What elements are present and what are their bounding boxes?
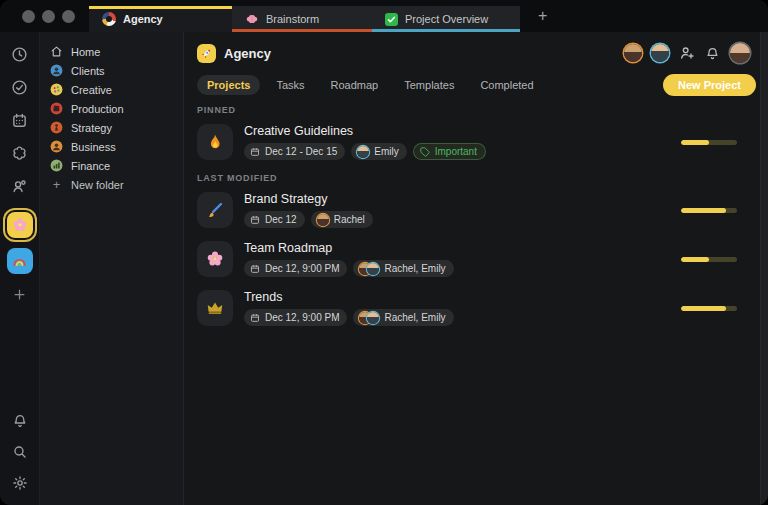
date-label: Dec 12 - Dec 15 — [265, 146, 337, 157]
calendar-icon — [250, 264, 260, 274]
calendar-icon — [250, 215, 260, 225]
sidebar-item-strategy[interactable]: Strategy — [50, 118, 177, 137]
tab-brainstorm[interactable]: Brainstorm — [232, 6, 372, 32]
new-project-button[interactable]: New Project — [663, 74, 756, 96]
tab-templates[interactable]: Templates — [394, 75, 464, 95]
progress-bar — [681, 257, 737, 262]
important-tag-pill[interactable]: Important — [413, 143, 486, 160]
flower-icon[interactable] — [8, 141, 32, 165]
blossom-space-tile[interactable] — [7, 212, 33, 238]
home-icon — [50, 45, 63, 58]
date-pill[interactable]: Dec 12 — [244, 211, 305, 228]
project-title: Team Roadmap — [244, 241, 454, 255]
pinned-section-label: PINNED — [197, 105, 760, 115]
project-row-brand-strategy[interactable]: Brand Strategy Dec 12 Rachel — [197, 192, 760, 228]
date-pill[interactable]: Dec 12 - Dec 15 — [244, 143, 345, 160]
clients-folder-icon — [50, 64, 63, 77]
bell-icon[interactable] — [8, 409, 32, 433]
date-label: Dec 12, 9:00 PM — [265, 263, 339, 274]
sidebar-item-label: Clients — [71, 65, 105, 77]
people-pill[interactable]: Rachel, Emily — [353, 260, 453, 277]
gear-icon[interactable] — [8, 471, 32, 495]
crown-icon — [197, 290, 233, 326]
tag-icon — [420, 147, 430, 157]
people-label: Rachel, Emily — [384, 312, 445, 323]
tab-label: Brainstorm — [266, 13, 319, 25]
tab-projects[interactable]: Projects — [197, 75, 260, 95]
people-pill[interactable]: Rachel, Emily — [353, 309, 453, 326]
avatar-emily[interactable] — [651, 44, 669, 62]
traffic-lights — [0, 0, 89, 32]
search-icon[interactable] — [8, 440, 32, 464]
sidebar-item-creative[interactable]: Creative — [50, 80, 177, 99]
tab-agency[interactable]: Agency — [89, 6, 232, 32]
last-modified-section-label: LAST MODIFIED — [197, 173, 760, 183]
calendar-icon[interactable] — [8, 108, 32, 132]
tab-tasks[interactable]: Tasks — [266, 75, 314, 95]
icon-rail — [0, 32, 40, 505]
cherry-blossom-icon — [197, 241, 233, 277]
tab-completed[interactable]: Completed — [470, 75, 543, 95]
zoom-button[interactable] — [62, 10, 75, 23]
avatar-group — [359, 312, 379, 324]
recent-clock-icon[interactable] — [8, 42, 32, 66]
tab-roadmap[interactable]: Roadmap — [321, 75, 389, 95]
creative-folder-icon — [50, 83, 63, 96]
sidebar-item-clients[interactable]: Clients — [50, 61, 177, 80]
sidebar-item-finance[interactable]: Finance — [50, 156, 177, 175]
add-person-icon[interactable] — [678, 45, 695, 62]
sidebar-item-production[interactable]: Production — [50, 99, 177, 118]
tasks-check-icon[interactable] — [8, 75, 32, 99]
avatar-rachel[interactable] — [624, 44, 642, 62]
sidebar-item-label: Finance — [71, 160, 110, 172]
date-pill[interactable]: Dec 12, 9:00 PM — [244, 260, 347, 277]
tab-label: Project Overview — [405, 13, 488, 25]
tab-project-overview[interactable]: Project Overview — [372, 6, 520, 32]
date-label: Dec 12 — [265, 214, 297, 225]
paintbrush-icon — [197, 192, 233, 228]
project-row-creative-guidelines[interactable]: Creative Guidelines Dec 12 - Dec 15 Emil… — [197, 124, 760, 160]
calendar-icon — [250, 313, 260, 323]
notifications-bell-icon[interactable] — [704, 45, 721, 62]
business-folder-icon — [50, 140, 63, 153]
avatar-current-user[interactable] — [730, 43, 750, 63]
cherry-blossom-icon — [12, 217, 28, 233]
avatar-emily — [357, 146, 369, 158]
progress-bar — [681, 208, 737, 213]
agency-space-icon — [197, 44, 216, 63]
sidebar-new-folder[interactable]: + New folder — [50, 175, 177, 194]
people-icon[interactable] — [8, 174, 32, 198]
right-panel-edge[interactable] — [760, 32, 768, 505]
production-folder-icon — [50, 102, 63, 115]
progress-bar — [681, 140, 737, 145]
strategy-folder-icon — [50, 121, 63, 134]
people-pill[interactable]: Emily — [351, 143, 406, 160]
calendar-icon — [250, 147, 260, 157]
people-label: Emily — [374, 146, 398, 157]
sidebar-item-label: Business — [71, 141, 116, 153]
flame-icon — [197, 124, 233, 160]
sidebar-item-home[interactable]: Home — [50, 42, 177, 61]
app-window: Agency Brainstorm Project Overview + — [0, 0, 768, 505]
tab-label: Agency — [123, 13, 163, 25]
date-pill[interactable]: Dec 12, 9:00 PM — [244, 309, 347, 326]
avatar-emily — [367, 263, 379, 275]
rainbow-space-tile[interactable] — [7, 248, 33, 274]
project-row-trends[interactable]: Trends Dec 12, 9:00 PM Rachel, Emily — [197, 290, 760, 326]
avatar-emily — [367, 312, 379, 324]
page-title: Agency — [224, 46, 271, 61]
avatar-rachel — [317, 214, 329, 226]
tag-label: Important — [435, 146, 477, 157]
sidebar-item-label: Home — [71, 46, 100, 58]
project-row-team-roadmap[interactable]: Team Roadmap Dec 12, 9:00 PM Rachel, Emi… — [197, 241, 760, 277]
close-button[interactable] — [22, 10, 35, 23]
progress-bar — [681, 306, 737, 311]
date-label: Dec 12, 9:00 PM — [265, 312, 339, 323]
add-space-icon[interactable] — [8, 282, 32, 306]
people-pill[interactable]: Rachel — [311, 211, 373, 228]
sidebar-item-business[interactable]: Business — [50, 137, 177, 156]
main-content: Agency Projects Tasks — [184, 32, 760, 505]
new-tab-button[interactable]: + — [538, 8, 547, 24]
minimize-button[interactable] — [42, 10, 55, 23]
rainbow-icon — [11, 253, 28, 270]
